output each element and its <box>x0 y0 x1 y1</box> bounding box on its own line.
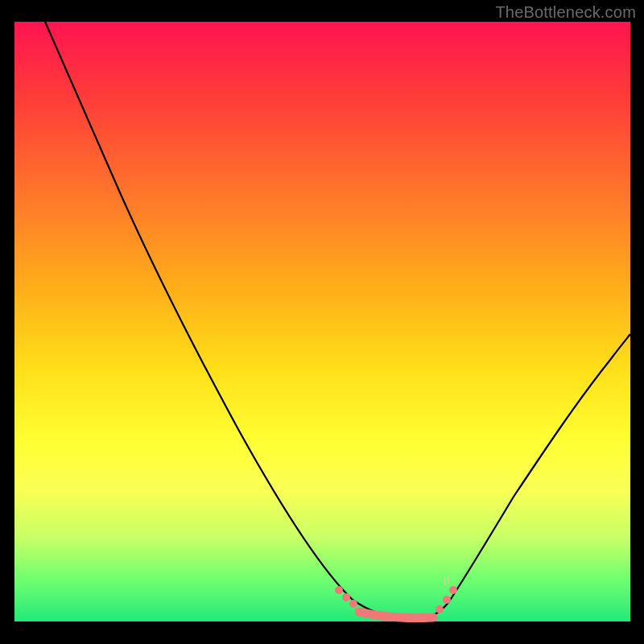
pink-dot <box>449 586 457 594</box>
bottleneck-curve <box>14 22 630 621</box>
watermark-label: TheBottleneck.com <box>495 3 636 22</box>
pink-optimum-band <box>359 612 433 618</box>
pink-dot <box>342 593 350 601</box>
chart-plot-area <box>14 22 630 621</box>
pink-dot <box>436 605 444 613</box>
pink-dot <box>443 596 451 604</box>
pink-dot <box>335 586 343 594</box>
curve-path <box>45 22 630 618</box>
pink-dot <box>349 600 357 608</box>
